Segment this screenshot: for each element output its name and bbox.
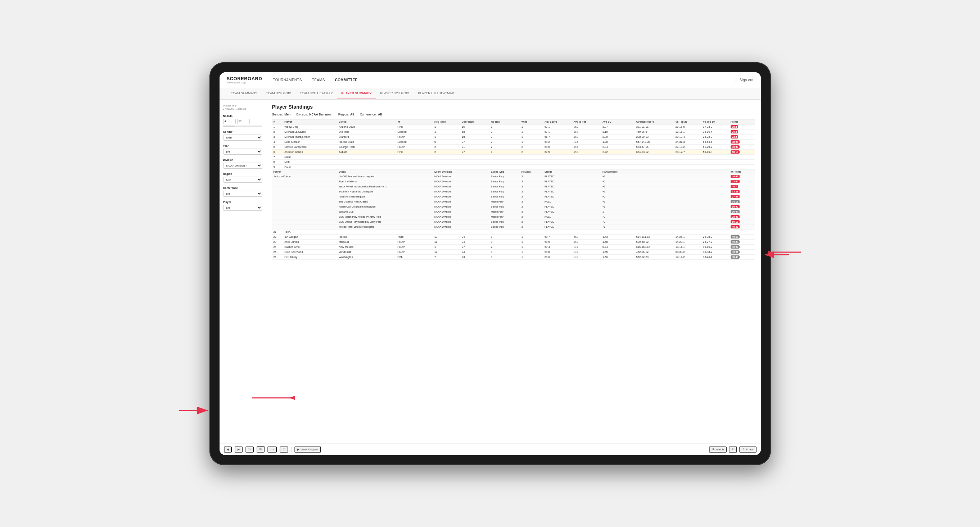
nav-items: TOURNAMENTS TEAMS COMMITTEE bbox=[273, 77, 735, 83]
gender-select[interactable]: Men bbox=[223, 135, 262, 141]
nav-teams[interactable]: TEAMS bbox=[312, 77, 325, 83]
no-rds-slider[interactable] bbox=[223, 125, 262, 127]
logo-sub: Powered by clippi bbox=[227, 81, 262, 84]
nav-committee[interactable]: COMMITTEE bbox=[335, 77, 358, 83]
event-row: Fallen Oak Collegiate Invitational NCAA … bbox=[272, 204, 755, 209]
year-select[interactable]: (All) bbox=[223, 149, 262, 155]
event-points[interactable]: 73.23 bbox=[730, 190, 740, 193]
forward-button[interactable]: ▶ bbox=[235, 446, 243, 452]
table-row[interactable]: 4 Luke Clanton Florida StateSecond52721 … bbox=[272, 139, 755, 144]
event-points[interactable]: 40.7 bbox=[730, 185, 738, 188]
event-points[interactable]: 57.57 bbox=[730, 195, 740, 198]
logo-text: SCOREBOARD bbox=[227, 76, 262, 81]
conference-select[interactable]: (All) bbox=[223, 190, 262, 197]
subnav-team-h2h-heatmap[interactable]: TEAM H2H HEATMAP bbox=[296, 88, 337, 99]
table-row[interactable]: 25Cole Sherwood VanderbiltFourth122401 6… bbox=[272, 249, 755, 254]
sign-out-button[interactable]: Sign out bbox=[739, 77, 753, 83]
subnav-team-h2h-grid[interactable]: TEAM H2H GRID bbox=[262, 88, 296, 99]
player-cell[interactable]: Michael La Sasso bbox=[283, 129, 337, 134]
player-cell[interactable]: Cole Sherwood bbox=[283, 249, 337, 254]
player-cell[interactable]: Prest bbox=[283, 164, 337, 170]
sidebar-player-label: Player bbox=[223, 200, 262, 203]
table-row[interactable]: 1 Wenyi Ding Arizona State First 1 15 1 … bbox=[272, 124, 755, 129]
table-row[interactable]: 26Petr Hruby WashingtonFifth72301 68.6-1… bbox=[272, 254, 755, 259]
nav-tournaments[interactable]: TOURNAMENTS bbox=[273, 77, 302, 83]
player-cell[interactable]: Wenyi Ding bbox=[283, 124, 337, 129]
event-points[interactable]: 24.11 bbox=[730, 200, 740, 203]
event-points[interactable]: 46.40 bbox=[730, 225, 740, 229]
wins-cell: 1 bbox=[520, 124, 543, 129]
event-points[interactable]: 53.60 bbox=[730, 180, 740, 183]
player-cell[interactable]: Michael Thorbjornsen bbox=[283, 134, 337, 139]
player-select[interactable]: (All) bbox=[223, 205, 262, 211]
subnav-team-summary[interactable]: TEAM SUMMARY bbox=[227, 88, 262, 99]
watch-button[interactable]: 👁 Watch bbox=[709, 446, 727, 452]
event-points[interactable]: 25.38 bbox=[730, 215, 740, 218]
download-button[interactable]: ⬇ bbox=[729, 446, 737, 452]
copy-button[interactable]: ⧉ bbox=[257, 446, 264, 452]
player-cell[interactable]: Ian Gilligan bbox=[283, 234, 337, 239]
col-school: School bbox=[337, 119, 396, 124]
sidebar-no-rds: No Rds. bbox=[223, 114, 262, 127]
event-points[interactable]: 30.47 bbox=[730, 210, 740, 213]
adj-score-cell: 67.1 bbox=[543, 124, 572, 129]
division-select[interactable]: NCAA Division I bbox=[223, 163, 262, 169]
school-cell: Ole Miss bbox=[337, 129, 396, 134]
points-cell[interactable]: 88.2 bbox=[729, 124, 755, 129]
table-row[interactable]: 3 Michael Thorbjornsen StanfordFourth118… bbox=[272, 134, 755, 139]
filter-division-value: NCAA Division I bbox=[309, 113, 332, 116]
event-points[interactable]: 40.64 bbox=[730, 175, 740, 178]
col-avg-to-par: Avg to Par bbox=[572, 119, 601, 124]
share-button[interactable]: ⇧ Share bbox=[739, 446, 756, 452]
view-original-icon: ▶ bbox=[297, 448, 299, 451]
player-cell[interactable]: Christo Lamprecht bbox=[283, 144, 337, 149]
back-button[interactable]: ◀ bbox=[224, 446, 232, 452]
overall-cell: 381-01-11 bbox=[635, 124, 674, 129]
right-arrow-annotation bbox=[768, 245, 804, 261]
player-cell[interactable]: Jackson Kohon bbox=[283, 149, 337, 154]
region-select[interactable]: N/A bbox=[223, 177, 262, 183]
points-badge[interactable]: 80.89 bbox=[730, 145, 740, 149]
points-badge[interactable]: 40.27 bbox=[730, 240, 740, 243]
event-points[interactable]: 56.18 bbox=[730, 220, 740, 224]
points-badge[interactable]: 88.2 bbox=[730, 125, 738, 129]
col-vs-top50: Vs Top 50 bbox=[702, 119, 729, 124]
table-row[interactable]: 24Bastien Amat New MexicoFourth12721 69.… bbox=[272, 244, 755, 249]
view-original-button[interactable]: ▶ View: Original bbox=[294, 446, 321, 452]
points-badge[interactable]: 88.94 bbox=[730, 140, 740, 143]
subnav-player-summary[interactable]: PLAYER SUMMARY bbox=[337, 88, 376, 99]
table-row[interactable]: 5 Christo Lamprecht Georgia TechFourth22… bbox=[272, 144, 755, 149]
points-badge[interactable]: 40.68 bbox=[730, 235, 740, 238]
sidebar-update-time: Update time: 27/01/2024 16:56:26 bbox=[223, 104, 262, 111]
player-cell[interactable]: Jack Lundin bbox=[283, 239, 337, 244]
table-row-highlighted[interactable]: 6 Jackson Kohon AuburnFirst22712 67.5-2.… bbox=[272, 149, 755, 154]
player-cell[interactable]: Niche bbox=[283, 154, 337, 159]
timer-button[interactable]: ⏱ bbox=[280, 446, 288, 452]
player-cell[interactable]: Petr Hruby bbox=[283, 254, 337, 259]
subnav-player-h2h-grid[interactable]: PLAYER H2H GRID bbox=[376, 88, 414, 99]
event-row: Wake Forest Invitational at Pinehurst No… bbox=[272, 184, 755, 189]
no-rds-max-input[interactable] bbox=[237, 119, 250, 124]
refresh-button[interactable]: ↻ bbox=[245, 446, 254, 452]
player-cell[interactable]: Tech. bbox=[283, 229, 337, 234]
points-badge[interactable]: 40.02 bbox=[730, 245, 740, 249]
points-badge-hovered[interactable]: 68.18 bbox=[730, 150, 740, 154]
sub-nav: TEAM SUMMARY TEAM H2H GRID TEAM H2H HEAT… bbox=[220, 88, 761, 100]
player-cell[interactable]: Mats bbox=[283, 159, 337, 164]
player-cell[interactable]: Bastien Amat bbox=[283, 244, 337, 249]
sidebar-conference-label: Conference bbox=[223, 186, 262, 190]
table-row[interactable]: 22Ian Gilligan FloridaThird102411 68.7-0… bbox=[272, 234, 755, 239]
table-row[interactable]: 2 Michael La Sasso Ole Miss Second 11801… bbox=[272, 129, 755, 134]
event-header-row: Player Event Event Division Event Type R… bbox=[272, 170, 755, 174]
points-badge[interactable]: 38.49 bbox=[730, 256, 740, 259]
points-badge[interactable]: 73.2 bbox=[730, 135, 738, 138]
dash-button[interactable]: —· bbox=[267, 446, 277, 452]
subnav-player-h2h-heatmap[interactable]: PLAYER H2H HEATMAP bbox=[414, 88, 458, 99]
logo-area: SCOREBOARD Powered by clippi bbox=[227, 76, 262, 84]
no-rds-min-input[interactable] bbox=[223, 119, 236, 124]
player-cell[interactable]: Luke Clanton bbox=[283, 139, 337, 144]
table-row[interactable]: 23Jack Lundin MissouriFourth112401 68.5-… bbox=[272, 239, 755, 244]
event-points[interactable]: 16.90 bbox=[730, 205, 740, 208]
points-badge[interactable]: 39.95 bbox=[730, 250, 740, 254]
points-badge[interactable]: 76.2 bbox=[730, 130, 738, 133]
